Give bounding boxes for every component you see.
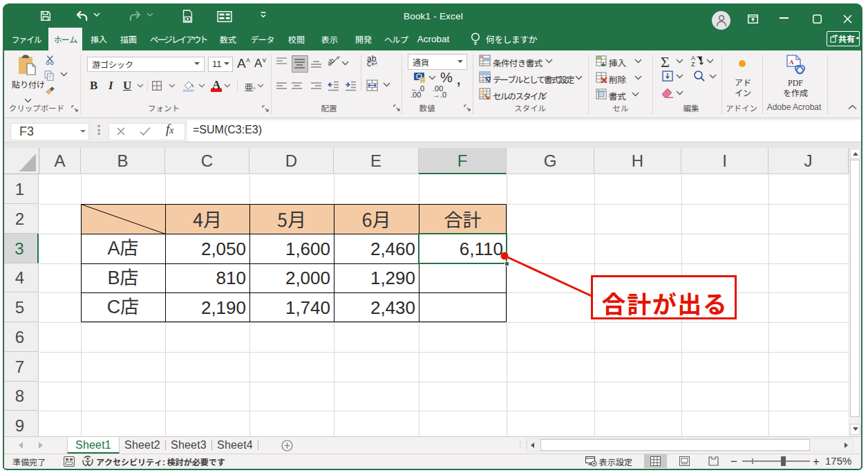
svg-text:ab: ab: [328, 56, 336, 67]
svg-text:Z: Z: [691, 61, 695, 67]
svg-text:A: A: [789, 59, 794, 66]
svg-text:合計が出る: 合計が出る: [602, 285, 728, 320]
